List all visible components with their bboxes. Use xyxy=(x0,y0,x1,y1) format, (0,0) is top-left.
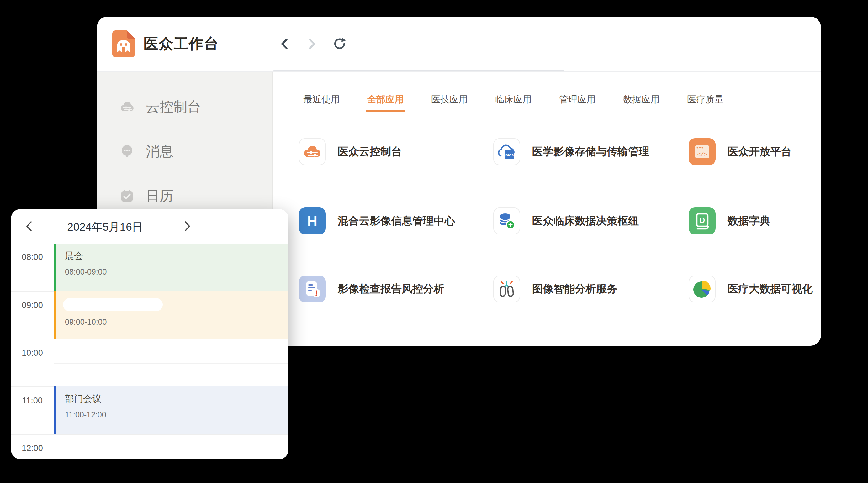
event-time: 11:00-12:00 xyxy=(65,410,288,419)
message-bubble-icon xyxy=(120,144,134,159)
cloud-sliders-icon xyxy=(120,99,134,115)
blue-h-tile-icon: H xyxy=(299,207,326,234)
app-label: 医众临床数据决策枢纽 xyxy=(532,214,639,228)
event-time: 08:00-09:00 xyxy=(65,267,288,277)
chevron-right-icon xyxy=(184,220,191,232)
window-header: 医众工作台 xyxy=(97,17,821,71)
app-label: 医众云控制台 xyxy=(338,144,402,159)
calendar-window: 2024年5月16日 08:00 09:00 10:00 11:00 12:00 xyxy=(11,209,288,459)
app-item-clinical-data-hub[interactable]: 医众临床数据决策枢纽 xyxy=(493,207,639,234)
chevron-left-icon xyxy=(279,38,290,50)
sidebar-item-calendar[interactable]: 日历 xyxy=(97,187,272,205)
app-label: 混合云影像信息管理中心 xyxy=(338,214,455,228)
app-logo-icon xyxy=(112,30,135,57)
hour-label: 08:00 xyxy=(11,252,54,262)
app-label: 图像智能分析服务 xyxy=(532,282,617,296)
calendar-event-morning-meeting[interactable]: 晨会 08:00-09:00 xyxy=(54,244,288,291)
hour-row-1200: 12:00 xyxy=(11,434,288,459)
calendar-event-department-meeting[interactable]: 部门会议 11:00-12:00 xyxy=(54,386,288,434)
redacted-event-title xyxy=(63,298,163,311)
app-item-image-storage[interactable]: Mos 医学影像存储与传输管理 xyxy=(493,138,649,165)
app-item-hybrid-cloud-center[interactable]: H 混合云影像信息管理中心 xyxy=(299,207,455,234)
svg-text:D: D xyxy=(700,216,705,224)
lungs-icon xyxy=(493,276,520,302)
app-title: 医众工作台 xyxy=(144,34,219,54)
tab-medical-quality[interactable]: 医疗质量 xyxy=(687,90,723,109)
tab-management-apps[interactable]: 管理应用 xyxy=(559,90,595,109)
tab-data-apps[interactable]: 数据应用 xyxy=(623,90,659,109)
tab-medtech-apps[interactable]: 医技应用 xyxy=(431,90,468,109)
svg-text:Mos: Mos xyxy=(505,153,514,157)
green-dictionary-book-icon: D xyxy=(689,207,716,234)
hour-label: 10:00 xyxy=(11,348,54,358)
next-day-button[interactable] xyxy=(183,219,192,233)
tab-clinical-apps[interactable]: 临床应用 xyxy=(495,90,531,109)
app-item-report-risk-analysis[interactable]: 影像检查报告风控分析 xyxy=(299,276,444,302)
database-plus-icon xyxy=(493,207,520,234)
sidebar-item-label: 消息 xyxy=(146,142,174,161)
calendar-check-icon xyxy=(120,188,134,203)
calendar-date-title: 2024年5月16日 xyxy=(49,220,161,234)
hour-label: 12:00 xyxy=(11,444,54,453)
blue-cloud-mos-icon: Mos xyxy=(493,138,520,165)
chevron-right-icon xyxy=(307,38,317,50)
desktop-background: 医众工作台 xyxy=(0,0,868,483)
report-alert-icon xyxy=(299,276,326,302)
app-item-image-ai-analysis[interactable]: 图像智能分析服务 xyxy=(493,276,617,302)
app-label: 医学影像存储与传输管理 xyxy=(532,144,649,159)
app-label: 医疗大数据可视化 xyxy=(727,282,813,296)
app-grid-content: 最近使用 全部应用 医技应用 临床应用 管理应用 数据应用 医疗质量 医 xyxy=(274,72,821,346)
svg-text:</>: </> xyxy=(698,152,707,158)
hour-label: 11:00 xyxy=(11,396,54,406)
sidebar-item-label: 日历 xyxy=(146,187,174,205)
orange-code-window-icon: </> xyxy=(689,138,716,165)
sidebar-item-cloud-console[interactable]: 云控制台 xyxy=(97,97,272,116)
app-label: 数据字典 xyxy=(727,214,770,228)
tab-bar: 最近使用 全部应用 医技应用 临床应用 管理应用 数据应用 医疗质量 xyxy=(303,90,723,109)
forward-button[interactable] xyxy=(305,37,319,51)
tab-recently-used[interactable]: 最近使用 xyxy=(303,90,340,109)
hour-label: 09:00 xyxy=(11,300,54,310)
calendar-event-redacted[interactable]: 09:00-10:00 xyxy=(54,291,288,339)
refresh-icon xyxy=(333,37,346,51)
half-hour-gridline xyxy=(54,363,288,364)
app-item-big-data-visualization[interactable]: 医疗大数据可视化 xyxy=(689,276,813,302)
tab-bar-divider xyxy=(288,111,806,112)
back-button[interactable] xyxy=(278,37,291,51)
app-label: 影像检查报告风控分析 xyxy=(338,282,444,296)
chevron-left-icon xyxy=(25,220,33,232)
sidebar-item-label: 云控制台 xyxy=(146,98,201,116)
app-item-cloud-console[interactable]: 医众云控制台 xyxy=(299,138,402,165)
previous-day-button[interactable] xyxy=(24,219,34,233)
app-item-data-dictionary[interactable]: D 数据字典 xyxy=(689,207,770,234)
calendar-header: 2024年5月16日 xyxy=(11,209,288,244)
event-title: 部门会议 xyxy=(65,393,288,405)
tab-all-apps[interactable]: 全部应用 xyxy=(367,90,404,109)
event-time: 09:00-10:00 xyxy=(65,318,288,327)
sidebar-item-messages[interactable]: 消息 xyxy=(97,142,272,161)
refresh-button[interactable] xyxy=(333,37,346,51)
app-label: 医众开放平台 xyxy=(727,144,792,159)
nav-controls xyxy=(278,37,346,51)
app-item-open-platform[interactable]: </> 医众开放平台 xyxy=(689,138,792,165)
event-title: 晨会 xyxy=(65,250,288,262)
pie-chart-icon xyxy=(689,276,716,302)
hour-row-1000: 10:00 xyxy=(11,339,288,387)
orange-cloud-sliders-icon xyxy=(299,138,326,165)
